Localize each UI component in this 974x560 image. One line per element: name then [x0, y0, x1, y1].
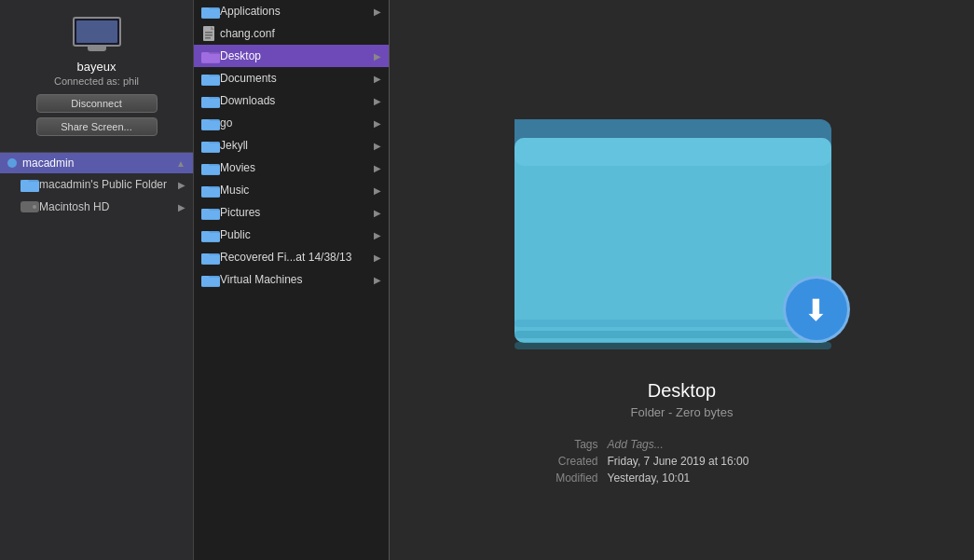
folder-icon [201, 227, 220, 242]
file-item-label: Pictures [220, 206, 374, 219]
svg-rect-31 [201, 276, 208, 279]
file-item-chang-conf[interactable]: chang.conf [194, 22, 389, 45]
created-value: Friday, 7 June 2019 at 16:00 [608, 455, 749, 468]
folder-icon [21, 177, 39, 192]
chevron-right-icon: ▶ [374, 185, 381, 196]
chevron-right-icon: ▶ [178, 180, 185, 190]
sidebar-list: macadmin ▲ macadmin's Public Folder ▶ Ma… [0, 153, 193, 560]
share-screen-button[interactable]: Share Screen... [36, 117, 158, 136]
folder-icon [201, 71, 220, 86]
preview-panel: ⬇ Desktop Folder - Zero bytes Tags Add T… [390, 0, 974, 560]
file-item-label: go [220, 116, 374, 130]
svg-rect-34 [514, 138, 831, 166]
sidebar-item-macadmin-public[interactable]: macadmin's Public Folder ▶ [0, 173, 193, 196]
file-item-label: chang.conf [220, 27, 381, 40]
file-item-label: Applications [220, 5, 374, 18]
svg-rect-5 [201, 7, 208, 10]
folder-icon [201, 116, 220, 130]
folder-icon [201, 272, 220, 287]
modified-label: Modified [524, 471, 598, 485]
svg-rect-15 [201, 97, 208, 100]
download-arrow-icon: ⬇ [803, 293, 829, 328]
sidebar-item-label: Macintosh HD [39, 200, 109, 213]
chevron-right-icon: ▶ [374, 7, 381, 17]
svg-rect-17 [201, 119, 208, 122]
svg-rect-8 [205, 34, 213, 36]
tags-value[interactable]: Add Tags... [608, 438, 664, 451]
file-item-label: Public [220, 228, 374, 241]
computer-section: bayeux Connected as: phil Disconnect Sha… [0, 0, 193, 153]
file-item-movies[interactable]: Movies▶ [194, 157, 389, 179]
folder-icon [201, 250, 220, 265]
sidebar-item-label: macadmin [22, 157, 74, 170]
folder-description: Folder - Zero bytes [631, 405, 734, 419]
download-badge: ⬇ [783, 276, 850, 343]
file-item-music[interactable]: Music▶ [194, 179, 389, 201]
chevron-right-icon: ▶ [374, 74, 381, 84]
computer-icon [73, 17, 121, 52]
svg-rect-27 [201, 231, 208, 234]
collapse-icon: ▲ [176, 158, 185, 169]
tags-row: Tags Add Tags... [524, 438, 841, 451]
svg-point-3 [33, 205, 36, 209]
connected-as-label: Connected as: phil [54, 75, 139, 87]
file-item-documents[interactable]: Documents▶ [194, 67, 389, 89]
chevron-right-icon: ▶ [374, 141, 381, 151]
svg-rect-21 [201, 164, 208, 167]
file-item-label: Recovered Fi...at 14/38/13 [220, 251, 374, 264]
file-item-label: Music [220, 184, 374, 197]
svg-rect-23 [201, 186, 208, 189]
chevron-right-icon: ▶ [374, 118, 381, 129]
sidebar-item-macintosh-hd[interactable]: Macintosh HD ▶ [0, 196, 193, 218]
folder-icon [201, 183, 220, 198]
file-info: Desktop Folder - Zero bytes [631, 380, 734, 419]
file-item-label: Documents [220, 72, 374, 85]
file-item-label: Jekyll [220, 139, 374, 152]
chevron-right-icon: ▶ [374, 230, 381, 240]
folder-icon [201, 138, 220, 153]
disconnect-button[interactable]: Disconnect [36, 94, 158, 113]
hd-icon [21, 199, 39, 214]
file-icon [201, 26, 220, 41]
file-item-public[interactable]: Public▶ [194, 224, 389, 246]
file-item-jekyll[interactable]: Jekyll▶ [194, 134, 389, 157]
chevron-right-icon: ▶ [374, 51, 381, 61]
file-item-label: Movies [220, 161, 374, 174]
folder-preview: ⬇ [505, 73, 859, 352]
file-item-recovered-files[interactable]: Recovered Fi...at 14/38/13▶ [194, 246, 389, 268]
metadata-table: Tags Add Tags... Created Friday, 7 June … [524, 438, 841, 488]
chevron-right-icon: ▶ [374, 96, 381, 106]
file-item-go[interactable]: go▶ [194, 112, 389, 134]
svg-rect-36 [514, 331, 831, 338]
folder-icon [201, 205, 220, 220]
left-panel: bayeux Connected as: phil Disconnect Sha… [0, 0, 194, 560]
file-item-virtual-machines[interactable]: Virtual Machines▶ [194, 268, 389, 291]
folder-icon [201, 93, 220, 108]
modified-row: Modified Yesterday, 10:01 [524, 471, 841, 485]
svg-rect-11 [201, 52, 208, 55]
svg-rect-25 [201, 209, 208, 212]
svg-rect-7 [205, 32, 213, 34]
svg-rect-19 [201, 142, 208, 144]
file-item-label: Downloads [220, 94, 374, 107]
tags-label: Tags [524, 438, 598, 451]
folder-icon [201, 4, 220, 19]
chevron-right-icon: ▶ [374, 163, 381, 173]
chevron-right-icon: ▶ [374, 253, 381, 263]
svg-rect-29 [201, 253, 208, 256]
file-item-downloads[interactable]: Downloads▶ [194, 89, 389, 112]
modified-value: Yesterday, 10:01 [608, 471, 691, 485]
file-item-applications[interactable]: Applications▶ [194, 0, 389, 22]
chevron-right-icon: ▶ [178, 202, 185, 212]
svg-rect-35 [514, 320, 831, 327]
created-label: Created [524, 455, 598, 468]
file-item-desktop[interactable]: Desktop▶ [194, 45, 389, 67]
chevron-right-icon: ▶ [374, 275, 381, 285]
file-item-label: Virtual Machines [220, 273, 374, 286]
created-row: Created Friday, 7 June 2019 at 16:00 [524, 455, 841, 468]
file-item-pictures[interactable]: Pictures▶ [194, 201, 389, 224]
folder-name: Desktop [631, 380, 734, 402]
sidebar-item-macadmin[interactable]: macadmin ▲ [0, 153, 193, 173]
file-item-label: Desktop [220, 49, 374, 62]
svg-rect-37 [514, 342, 831, 349]
